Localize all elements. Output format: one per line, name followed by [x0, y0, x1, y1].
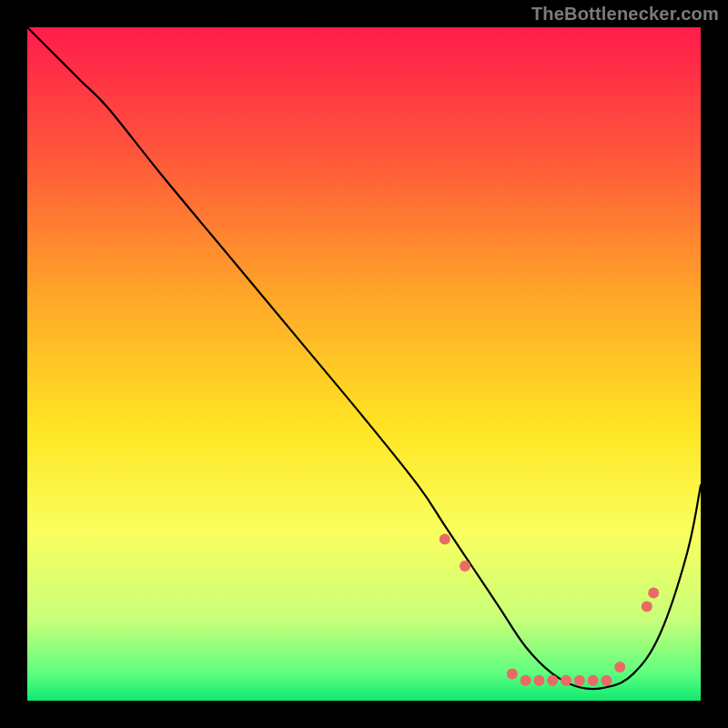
- highlight-point: [547, 675, 558, 686]
- gradient-background: [27, 27, 701, 701]
- highlight-point: [588, 675, 599, 686]
- highlight-point: [521, 675, 531, 686]
- highlight-point: [561, 675, 571, 686]
- highlight-point: [533, 675, 544, 686]
- watermark-label: TheBottlenecker.com: [531, 4, 719, 25]
- highlight-point: [614, 662, 625, 672]
- chart-svg: [27, 27, 701, 701]
- highlight-point: [648, 588, 659, 599]
- highlight-point: [507, 668, 518, 679]
- highlight-point: [440, 533, 450, 544]
- chart-stage: TheBottlenecker.com: [0, 0, 728, 728]
- highlight-point: [601, 675, 612, 686]
- chart-plot-area: [27, 27, 701, 701]
- highlight-point: [642, 601, 652, 612]
- highlight-point: [574, 675, 585, 686]
- highlight-point: [460, 561, 470, 571]
